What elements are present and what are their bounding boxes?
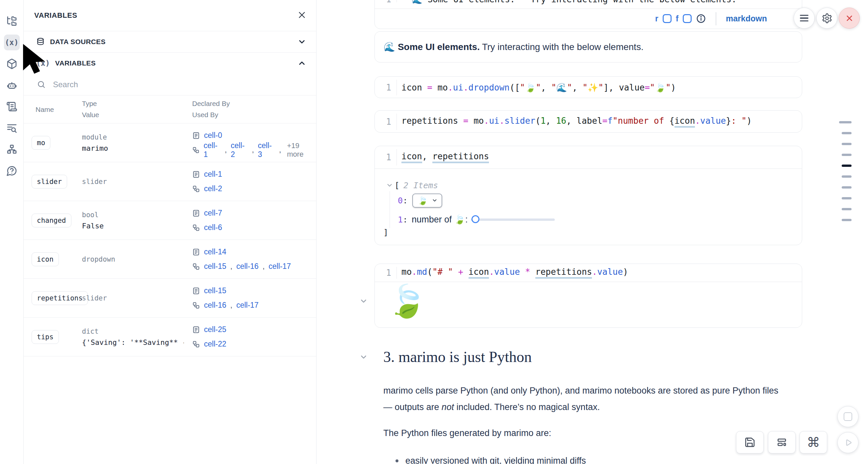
minimap-dash[interactable] (842, 132, 851, 134)
variables-table-header: Name Type Value Declared By Used By (24, 95, 316, 123)
column-header-declared-by: Declared By (192, 100, 230, 107)
minimap-dash[interactable] (842, 208, 851, 210)
cell-link[interactable]: cell-3 (258, 141, 275, 159)
section-collapse-icon[interactable] (359, 353, 368, 361)
variables-section-header[interactable]: (x) VARIABLES (24, 53, 316, 74)
info-icon[interactable] (696, 13, 706, 24)
run-checkbox[interactable] (663, 14, 672, 23)
markdown-source-line: **🌊 Some UI elements.** Try interacting … (397, 0, 737, 4)
variable-name-badge: repetitions (32, 291, 88, 305)
keyboard-shortcuts-button[interactable]: ⌘ (800, 431, 827, 454)
run-all-button[interactable] (837, 432, 859, 453)
sidebar-item-snippets[interactable] (4, 99, 20, 115)
sidebar-item-packages[interactable] (4, 56, 20, 72)
sidebar-item-dependency-graph[interactable] (4, 142, 20, 157)
used-by-workflow-icon (192, 340, 200, 348)
notebook-menu-button[interactable] (794, 7, 815, 29)
cell-divider (375, 282, 802, 282)
code-cell-dropdown: 1 icon = mo.ui.dropdown(["🍃", "🌊", "✨"],… (374, 76, 802, 98)
minimap-dash[interactable] (842, 186, 851, 189)
cell-link[interactable]: cell-17 (269, 262, 291, 271)
cell-link[interactable]: cell-17 (236, 301, 259, 310)
cell-link[interactable]: cell-0 (204, 131, 222, 140)
cell-divider (375, 168, 802, 169)
cell-collapse-icon[interactable] (359, 297, 368, 305)
used-by-workflow-icon (192, 224, 200, 232)
more-cells-label[interactable]: +19 more (287, 142, 316, 159)
marimo-app: (x) VARIABLES DATA SOURCE (0, 0, 868, 464)
sidebar-item-help[interactable] (4, 163, 20, 179)
cell-link[interactable]: cell-6 (204, 223, 222, 232)
tree-collapse-icon[interactable] (386, 182, 393, 189)
minimap-dash[interactable] (839, 121, 851, 123)
variable-value: {'Saving': '**Saving** - _Na... (82, 337, 184, 348)
used-by-workflow-icon (192, 146, 200, 154)
code-editor[interactable]: 1 mo.md("# " + icon.value * repetitions.… (375, 264, 802, 282)
cell-link[interactable]: cell-22 (204, 340, 226, 348)
list-item: easily versioned with git, yielding mini… (396, 456, 586, 464)
cell-link[interactable]: cell-16 (236, 262, 259, 271)
separator: , (230, 262, 232, 271)
code-editor[interactable]: 1 repetitions = mo.ui.slider(1, 16, labe… (375, 111, 802, 133)
cell-link[interactable]: cell-14 (204, 247, 226, 256)
cell-link[interactable]: cell-15 (204, 262, 226, 271)
markdown-cell-editor[interactable]: 1 **🌊 Some UI elements.** Try interactin… (375, 0, 802, 5)
cell-link[interactable]: cell-1 (204, 141, 221, 159)
file-tree-icon (6, 16, 18, 27)
variable-type: module (82, 132, 108, 143)
cell-reference-line: cell-7 (192, 206, 222, 220)
cell-link[interactable]: cell-1 (204, 170, 222, 179)
repetitions-slider[interactable] (471, 215, 555, 224)
tree-close-bracket: ] (383, 228, 388, 237)
cell-link[interactable]: cell-16 (204, 301, 226, 310)
minimap-dash[interactable] (842, 176, 851, 178)
cell-link[interactable]: cell-2 (204, 184, 222, 193)
code-cell-tuple-output: 1 icon, repetitions [ 2 Items 0 : 🍃 1 (374, 146, 802, 245)
language-toggle-markdown[interactable]: markdown (726, 14, 767, 23)
minimap-dash[interactable] (842, 154, 851, 156)
sidebar-item-logs[interactable] (4, 120, 20, 136)
format-checkbox[interactable] (683, 14, 692, 23)
data-sources-section-header[interactable]: DATA SOURCES (24, 31, 316, 53)
paragraph: The Python files generated by marimo are… (383, 428, 551, 438)
slider-thumb[interactable] (471, 215, 479, 223)
data-sources-label: DATA SOURCES (50, 38, 105, 46)
layout-button[interactable] (768, 431, 796, 454)
variable-row: sliderslidercell-1cell-2 (24, 162, 316, 201)
line-number: 1 (375, 0, 397, 4)
declared-by-cell-icon (192, 248, 200, 256)
variable-name-badge: slider (32, 175, 67, 189)
variables-search-input[interactable]: Search (24, 74, 316, 95)
sidebar-item-file-explorer[interactable] (4, 13, 20, 29)
code-editor[interactable]: 1 icon = mo.ui.dropdown(["🍃", "🌊", "✨"],… (375, 77, 802, 98)
cell-link[interactable]: cell-2 (231, 141, 248, 159)
slider-track (471, 218, 555, 221)
variable-name-badge: tips (32, 330, 59, 344)
cell-link[interactable]: cell-7 (204, 209, 222, 218)
declared-by-cell-icon (192, 132, 200, 140)
settings-button[interactable] (816, 7, 837, 29)
cell-link[interactable]: cell-15 (204, 286, 226, 295)
variable-type: bool (82, 209, 104, 220)
minimap-dash[interactable] (842, 197, 851, 199)
save-button[interactable] (736, 431, 764, 454)
variable-value: False (82, 220, 104, 232)
dropdown-selected-value: 🍃 (417, 196, 428, 205)
sidebar-item-variables[interactable]: (x) (4, 35, 20, 50)
minimap-dash-active[interactable] (842, 164, 851, 167)
sidebar-item-ai-assistant[interactable] (4, 78, 20, 93)
code-editor[interactable]: 1 icon, repetitions (375, 146, 802, 168)
cell-link[interactable]: cell-25 (204, 325, 226, 334)
package-icon (6, 58, 18, 69)
stop-button[interactable] (837, 406, 859, 427)
minimap-dash[interactable] (842, 219, 851, 221)
used-by-workflow-icon (192, 262, 200, 271)
scroll-icon (6, 101, 18, 112)
wave-emoji: 🌊 (384, 41, 395, 52)
close-panel-button[interactable] (298, 10, 306, 21)
tree-key-0: 0 (398, 196, 403, 205)
icon-dropdown-select[interactable]: 🍃 (412, 193, 442, 208)
minimap-dash[interactable] (842, 143, 851, 145)
shutdown-button[interactable] (839, 7, 860, 29)
cell-reference-line: cell-25 (192, 322, 226, 337)
